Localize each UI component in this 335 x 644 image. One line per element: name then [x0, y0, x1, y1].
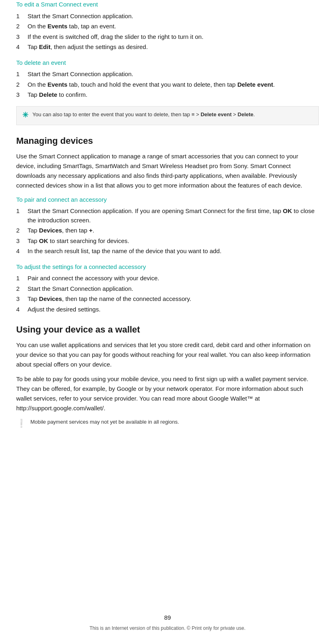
- step-number: 3: [16, 294, 28, 304]
- step-number: 4: [16, 43, 28, 52]
- step-number: 4: [16, 305, 28, 314]
- step-text: Pair and connect the accessory with your…: [28, 274, 319, 283]
- list-item: 3 Tap Delete to confirm.: [16, 90, 319, 100]
- edit-smart-connect-section: To edit a Smart Connect event 1 Start th…: [16, 0, 319, 52]
- delete-event-section: To delete an event 1 Start the Smart Con…: [16, 58, 319, 125]
- list-item: 3 If the event is switched off, drag the…: [16, 32, 319, 42]
- step-text: In the search result list, tap the name …: [28, 247, 319, 256]
- note-icon: ❕: [16, 417, 26, 429]
- list-item: 3 Tap Devices, then tap the name of the …: [16, 294, 319, 304]
- delete-event-heading: To delete an event: [16, 58, 319, 68]
- step-text: Tap Edit, then adjust the settings as de…: [28, 43, 319, 52]
- step-text: Tap OK to start searching for devices.: [28, 237, 319, 246]
- list-item: 1 Start the Smart Connection application…: [16, 207, 319, 225]
- step-text: Tap Devices, then tap +.: [28, 226, 319, 235]
- step-number: 2: [16, 22, 28, 31]
- step-text: Tap Devices, then tap the name of the co…: [28, 294, 319, 304]
- tip-box: ✳ You can also tap to enter the event th…: [16, 106, 319, 125]
- step-text: On the Events tab, tap an event.: [28, 22, 319, 31]
- step-number: 1: [16, 12, 28, 21]
- pair-accessory-heading: To pair and connect an accessory: [16, 195, 319, 205]
- step-text: If the event is switched off, drag the s…: [28, 32, 319, 42]
- adjust-settings-list: 1 Pair and connect the accessory with yo…: [16, 274, 319, 314]
- step-text: Adjust the desired settings.: [28, 305, 319, 314]
- list-item: 1 Start the Smart Connection application…: [16, 12, 319, 21]
- list-item: 2 Tap Devices, then tap +.: [16, 226, 319, 235]
- edit-smart-connect-list: 1 Start the Smart Connection application…: [16, 12, 319, 52]
- wallet-section: Using your device as a wallet You can us…: [16, 323, 319, 429]
- step-number: 3: [16, 90, 28, 100]
- step-number: 2: [16, 80, 28, 90]
- step-text: On the Events tab, touch and hold the ev…: [28, 80, 319, 90]
- page-container: To edit a Smart Connect event 1 Start th…: [0, 0, 335, 644]
- tip-icon: ✳: [22, 110, 28, 121]
- step-text: Start the Smart Connection application.: [28, 284, 319, 294]
- managing-devices-heading: Managing devices: [16, 134, 319, 147]
- step-number: 1: [16, 70, 28, 79]
- step-number: 1: [16, 207, 28, 225]
- list-item: 3 Tap OK to start searching for devices.: [16, 237, 319, 246]
- list-item: 2 On the Events tab, touch and hold the …: [16, 80, 319, 90]
- managing-devices-section: Managing devices Use the Smart Connect a…: [16, 134, 319, 190]
- footer-note: This is an Internet version of this publ…: [0, 625, 335, 632]
- step-number: 4: [16, 247, 28, 256]
- list-item: 4 Adjust the desired settings.: [16, 305, 319, 314]
- tip-text: You can also tap to enter the event that…: [32, 111, 255, 119]
- wallet-paragraph2: To be able to pay for goods using your m…: [16, 374, 319, 413]
- wallet-heading: Using your device as a wallet: [16, 323, 319, 336]
- pair-accessory-section: To pair and connect an accessory 1 Start…: [16, 195, 319, 256]
- step-number: 1: [16, 274, 28, 283]
- list-item: 4 Tap Edit, then adjust the settings as …: [16, 43, 319, 52]
- note-text: Mobile payment services may not yet be a…: [30, 418, 179, 426]
- page-number: 89: [0, 613, 335, 623]
- list-item: 1 Start the Smart Connection application…: [16, 70, 319, 79]
- list-item: 4 In the search result list, tap the nam…: [16, 247, 319, 256]
- managing-devices-paragraph: Use the Smart Connect application to man…: [16, 151, 319, 190]
- list-item: 2 Start the Smart Connection application…: [16, 284, 319, 294]
- list-item: 1 Pair and connect the accessory with yo…: [16, 274, 319, 283]
- step-text: Start the Smart Connection application.: [28, 70, 319, 79]
- step-text: Tap Delete to confirm.: [28, 90, 319, 100]
- pair-accessory-list: 1 Start the Smart Connection application…: [16, 207, 319, 256]
- adjust-settings-heading: To adjust the settings for a connected a…: [16, 262, 319, 272]
- delete-event-list: 1 Start the Smart Connection application…: [16, 70, 319, 100]
- list-item: 2 On the Events tab, tap an event.: [16, 22, 319, 31]
- step-number: 3: [16, 237, 28, 246]
- edit-smart-connect-heading: To edit a Smart Connect event: [16, 0, 319, 9]
- note-box: ❕ Mobile payment services may not yet be…: [16, 418, 319, 429]
- adjust-settings-section: To adjust the settings for a connected a…: [16, 262, 319, 314]
- step-number: 3: [16, 32, 28, 42]
- page-footer: 89 This is an Internet version of this p…: [0, 613, 335, 632]
- step-text: Start the Smart Connection application. …: [28, 207, 319, 225]
- step-text: Start the Smart Connection application.: [28, 12, 319, 21]
- step-number: 2: [16, 226, 28, 235]
- step-number: 2: [16, 284, 28, 294]
- wallet-paragraph1: You can use wallet applications and serv…: [16, 340, 319, 369]
